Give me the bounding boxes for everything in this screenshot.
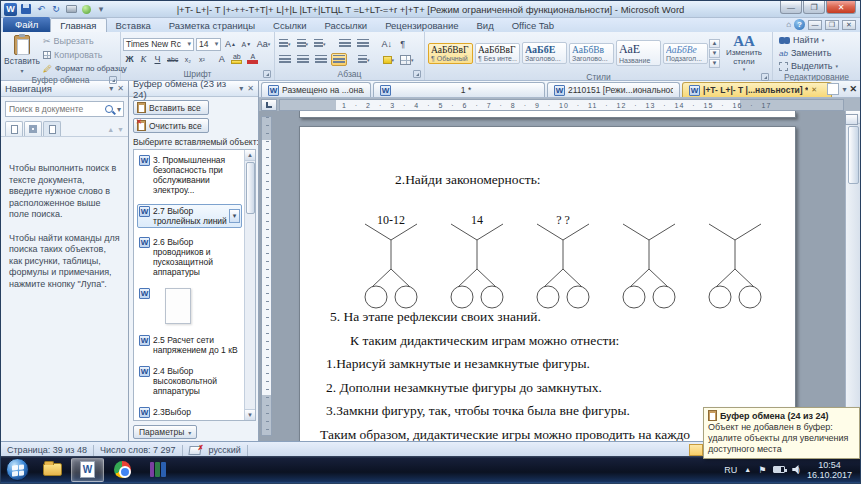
document-page[interactable]: 2.Найди закономерность: 10-12 14 <box>299 126 796 441</box>
replace-button[interactable]: abЗаменить <box>779 47 858 59</box>
clipboard-dialog-launcher[interactable] <box>109 76 117 84</box>
document-canvas[interactable]: 2.Найди закономерность: 10-12 14 <box>259 111 860 441</box>
change-styles-button[interactable]: АА Изменить стили ▾ <box>720 34 768 72</box>
clipboard-item[interactable]: W2.5 Расчет сети напряжением до 1 кВ <box>137 333 242 357</box>
nav-tab-pages[interactable] <box>24 121 42 136</box>
style-title[interactable]: АаЕ Название <box>616 40 661 66</box>
shrink-font-button[interactable]: А▼ <box>240 38 253 51</box>
tab-mailings[interactable]: Рассылки <box>315 19 376 32</box>
help-icon[interactable]: ? <box>794 19 805 30</box>
clipboard-item[interactable]: W2.6 Выбор проводников и пускозащитной а… <box>137 235 242 279</box>
format-painter-button[interactable]: 🖉 Формат по образцу <box>41 63 129 75</box>
line-spacing-button[interactable]: ▾ <box>356 53 372 66</box>
clear-all-button[interactable]: Очистить все <box>133 118 209 133</box>
decrease-indent-button[interactable] <box>337 37 353 50</box>
word-logo-icon[interactable]: W <box>4 3 17 16</box>
navigation-pane-dropdown[interactable]: ▾ <box>109 84 113 93</box>
tab-home[interactable]: Главная <box>50 18 106 32</box>
select-button[interactable]: Выделить▾ <box>779 60 858 72</box>
grow-font-button[interactable]: А▲ <box>223 38 238 51</box>
cut-button[interactable]: ✂ Вырезать <box>41 35 129 47</box>
clipboard-options-button[interactable]: Параметры▾ <box>133 425 197 439</box>
doc-tab-3[interactable]: W2110151 [Режи...иональности] <box>547 82 680 97</box>
clipboard-item[interactable]: W2.4 Выбор высоковольтной аппаратуры <box>137 364 242 398</box>
taskbar-word-button[interactable]: W <box>71 458 104 482</box>
styles-dialog-launcher[interactable] <box>761 73 769 81</box>
styles-scroll-down[interactable]: ▼ <box>709 49 720 58</box>
home-icon[interactable]: ⌂ <box>786 20 791 29</box>
tab-insert[interactable]: Вставка <box>107 19 160 32</box>
vertical-ruler[interactable] <box>261 116 272 436</box>
repeat-icon[interactable]: ↻ <box>50 3 62 15</box>
shading-button[interactable]: ▾ <box>381 53 397 66</box>
restore-button[interactable]: ❐ <box>803 1 825 14</box>
nav-previous-icon[interactable]: ▲ <box>107 126 114 133</box>
action-center-flag-icon[interactable]: ⚑ <box>758 465 766 475</box>
borders-button[interactable]: ▾ <box>398 53 416 66</box>
font-color-button[interactable]: А <box>245 53 260 66</box>
find-button[interactable]: Найти▾ <box>779 34 858 46</box>
doc-close-icon[interactable]: ✕ <box>842 20 856 30</box>
volume-icon[interactable]: ) <box>792 465 800 474</box>
style-no-spacing[interactable]: АаБбВвГ ¶ Без инте... <box>475 43 520 64</box>
language-indicator[interactable]: русский <box>203 445 247 455</box>
horizontal-ruler[interactable]: 1 · 2 · 3 · 4 · 5 · 6 · 7 · 8 · 9 · 10 ·… <box>279 99 844 111</box>
font-name-combo[interactable]: Times New Rc▾ <box>123 38 194 51</box>
underline-button[interactable]: Ч <box>151 53 164 66</box>
bullets-button[interactable]: ▾ <box>277 37 293 50</box>
nav-next-icon[interactable]: ▼ <box>117 126 124 133</box>
tray-expand-icon[interactable]: ▲ <box>744 466 751 473</box>
print-layout-view-button[interactable] <box>689 444 703 456</box>
sort-button[interactable]: А↓ <box>380 37 395 50</box>
strikethrough-button[interactable]: abc <box>165 53 180 66</box>
align-right-button[interactable] <box>313 53 329 66</box>
title-bar[interactable]: W ↶ ↻ ▾ |+T- L+|- T |+-++-T+T|+ L|+|L |L… <box>1 1 860 18</box>
tab-selector-box[interactable] <box>261 99 277 111</box>
tab-close-icon[interactable]: ✕ <box>811 86 817 94</box>
ruler-toggle-icon[interactable] <box>845 114 858 125</box>
change-case-button[interactable]: Аа▾ <box>255 38 272 51</box>
align-left-button[interactable] <box>277 53 293 66</box>
numbering-button[interactable]: ▾ <box>295 37 311 50</box>
taskbar-explorer-button[interactable] <box>36 458 69 482</box>
superscript-button[interactable]: x² <box>195 53 208 66</box>
highlight-color-button[interactable]: ab <box>229 53 244 66</box>
multilevel-list-button[interactable]: ▾ <box>312 37 328 50</box>
page-count[interactable]: Страница: 39 из 48 <box>1 445 93 455</box>
styles-more-button[interactable]: ▼ <box>709 59 720 68</box>
doc-tab-1[interactable]: WРазмещено на ...ональности] * <box>261 82 371 97</box>
scrollbar-thumb[interactable] <box>246 162 255 214</box>
search-box[interactable]: ▾ <box>5 101 124 117</box>
tab-references[interactable]: Ссылки <box>264 19 315 32</box>
print-icon[interactable] <box>65 3 77 15</box>
close-button[interactable]: ✕ <box>826 1 856 14</box>
clipboard-item-image[interactable]: W <box>137 286 242 326</box>
tabbar-close-icon[interactable]: ✕ <box>849 84 857 94</box>
language-switcher[interactable]: RU <box>724 465 737 475</box>
align-center-button[interactable] <box>295 53 311 66</box>
font-dialog-launcher[interactable] <box>263 70 271 78</box>
battery-icon[interactable] <box>773 466 785 473</box>
style-heading2[interactable]: АаБбВв Заголово... <box>569 43 614 64</box>
search-input[interactable] <box>6 104 105 114</box>
minimize-button[interactable]: — <box>780 1 802 14</box>
subscript-button[interactable]: x₂ <box>181 53 194 66</box>
clipboard-item-dropdown[interactable]: ▾ <box>229 209 240 223</box>
qat-customize-dropdown[interactable]: ▾ <box>95 3 107 15</box>
spellcheck-icon[interactable] <box>189 446 201 455</box>
clipboard-item-selected[interactable]: W2.7 Выбор троллейных линий▾ <box>137 204 242 228</box>
tab-office-tab[interactable]: Office Tab <box>503 19 563 32</box>
style-subtitle[interactable]: АаБбВе Подзагол... <box>663 43 708 64</box>
clipboard-pane-dropdown[interactable]: ▾ <box>239 84 243 93</box>
doc-minimize-icon[interactable]: — <box>808 20 822 30</box>
previous-page-edge[interactable] <box>299 111 796 118</box>
clock[interactable]: 10:54 16.10.2017 <box>807 460 852 480</box>
undo-icon[interactable]: ↶ <box>35 3 47 15</box>
scroll-down-icon[interactable]: ▼ <box>245 409 256 420</box>
nav-tab-headings[interactable] <box>5 121 23 136</box>
style-heading1[interactable]: АаБбЕ Заголово... <box>522 42 567 64</box>
increase-indent-button[interactable] <box>355 37 371 50</box>
text-effects-button[interactable]: А <box>215 53 228 66</box>
tab-list-dropdown[interactable]: ▾ <box>842 85 846 94</box>
search-options-dropdown[interactable]: ▾ <box>117 105 121 114</box>
